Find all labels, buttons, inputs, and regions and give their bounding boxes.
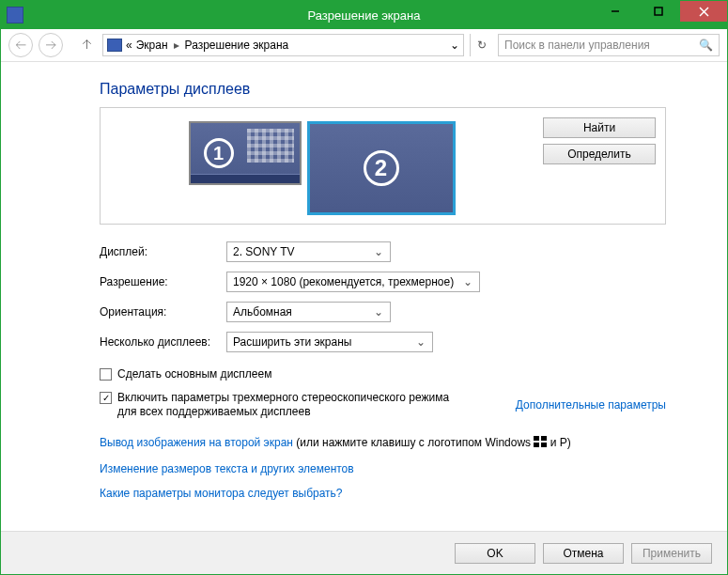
windows-key-icon [534,436,547,447]
location-icon [107,39,122,52]
ok-button[interactable]: OK [455,543,535,564]
chevron-down-icon: ⌄ [371,305,386,319]
project-row: Вывод изображения на второй экран (или н… [100,436,666,449]
forward-button[interactable]: 🡢 [39,33,63,57]
breadcrumb-part[interactable]: Разрешение экрана [185,39,289,52]
display-select[interactable]: 2. SONY TV ⌄ [226,241,391,262]
make-primary-label: Сделать основным дисплеем [117,367,271,381]
search-input[interactable]: Поиск в панели управления 🔍 [498,34,720,56]
chevron-down-icon: ⌄ [413,335,428,349]
navbar: 🡠 🡢 🡡 « Экран ▸ Разрешение экрана ⌄ ↻ По… [1,29,727,62]
search-icon: 🔍 [699,39,713,52]
page-heading: Параметры дисплеев [100,81,666,98]
multiple-displays-label: Несколько дисплеев: [100,335,226,349]
monitor-canvas[interactable]: 1 2 [110,117,534,214]
project-link[interactable]: Вывод изображения на второй экран [100,436,293,449]
display-arrangement-box: 1 2 Найти Определить [100,107,666,225]
chevron-down-icon: ⌄ [371,245,386,258]
monitor-2[interactable]: 2 [307,121,456,215]
resolution-label: Разрешение: [100,275,226,288]
project-text-b: и P) [547,436,570,449]
refresh-button[interactable]: ↻ [470,34,492,56]
project-text-a: (или нажмите клавишу с логотипом Windows [293,436,534,449]
chevron-down-icon: ⌄ [460,275,475,288]
breadcrumb[interactable]: « Экран ▸ Разрешение экрана ⌄ [102,34,464,56]
orientation-label: Ориентация: [100,305,226,319]
dialog-footer: OK Отмена Применить [1,531,727,574]
display-label: Дисплей: [100,245,226,258]
minimize-button[interactable] [594,1,637,22]
orientation-select[interactable]: Альбомная ⌄ [226,302,391,322]
monitor-number: 1 [204,138,234,168]
back-button[interactable]: 🡠 [8,33,33,57]
make-primary-checkbox[interactable] [100,368,112,381]
up-button[interactable]: 🡡 [78,39,97,52]
multiple-displays-value: Расширить эти экраны [233,335,351,349]
svg-rect-1 [655,8,662,15]
make-primary-row: Сделать основным дисплеем [100,367,666,381]
stereo-3d-label: Включить параметры трехмерного стереоско… [117,391,456,419]
app-icon [7,7,23,23]
breadcrumb-part[interactable]: Экран [136,39,168,52]
breadcrumb-prefix: « [126,39,132,52]
chevron-right-icon[interactable]: ▸ [172,39,181,52]
detect-button[interactable]: Определить [543,144,656,164]
titlebar: Разрешение экрана [1,1,727,29]
find-button[interactable]: Найти [543,117,656,138]
stereo-3d-checkbox[interactable]: ✓ [100,392,112,404]
which-settings-link[interactable]: Какие параметры монитора следует выбрать… [100,487,666,500]
advanced-settings-link[interactable]: Дополнительные параметры [516,398,666,412]
display-value: 2. SONY TV [233,245,295,258]
text-size-link[interactable]: Изменение размеров текста и других элеме… [100,462,666,475]
chevron-down-icon[interactable]: ⌄ [450,39,459,52]
orientation-value: Альбомная [233,305,292,319]
monitor-number: 2 [364,150,399,186]
monitor-1[interactable]: 1 [189,121,302,185]
maximize-button[interactable] [637,1,680,22]
resolution-value: 1920 × 1080 (рекомендуется, трехмерное) [233,275,454,288]
resolution-select[interactable]: 1920 × 1080 (рекомендуется, трехмерное) … [226,272,480,292]
cancel-button[interactable]: Отмена [543,543,624,564]
search-placeholder: Поиск в панели управления [504,39,650,52]
apply-button[interactable]: Применить [631,543,712,564]
close-button[interactable] [680,1,727,22]
monitor-taskbar-icon [191,174,300,183]
multiple-displays-select[interactable]: Расширить эти экраны ⌄ [226,332,433,352]
